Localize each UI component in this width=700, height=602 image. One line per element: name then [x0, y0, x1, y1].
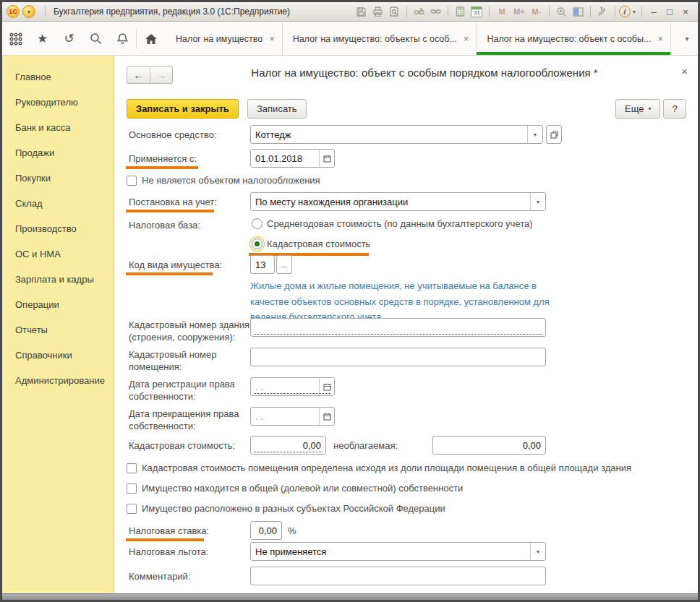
sidebar-item-operacii[interactable]: Операции	[2, 292, 114, 317]
sidebar-item-proizvodstvo[interactable]: Производство	[2, 216, 114, 241]
sidebar-item-os-i-nma[interactable]: ОС и НМА	[2, 241, 114, 267]
help-button[interactable]: ?	[663, 99, 686, 119]
tax-base-average-radio[interactable]: Среднегодовая стоимость (по данным бухга…	[252, 218, 533, 229]
memory-m-plus-button[interactable]: M+	[511, 7, 528, 16]
registration-field[interactable]: ▾	[250, 192, 546, 211]
search-icon[interactable]	[82, 22, 109, 55]
print-preview-icon[interactable]	[386, 4, 403, 19]
share-checkbox[interactable]: Кадастровая стоимость помещения определе…	[127, 463, 631, 473]
info-dropdown-icon[interactable]: ▾	[633, 9, 636, 15]
comment-input[interactable]	[251, 567, 545, 585]
tab-property-tax-object-active[interactable]: Налог на имущество: объект с особы... ×	[477, 22, 671, 55]
zoom-icon[interactable]	[553, 4, 570, 19]
checkbox-box[interactable]	[127, 176, 137, 186]
checkbox-box[interactable]	[127, 504, 137, 514]
split-window-icon[interactable]	[570, 4, 586, 19]
main-menu-button[interactable]: ▾	[22, 5, 35, 18]
menu-grid-icon[interactable]	[2, 22, 29, 55]
nontaxable-value-input[interactable]	[433, 437, 545, 454]
multi-region-checkbox[interactable]: Имущество расположено в разных субъектах…	[127, 503, 445, 514]
sidebar-item-sklad[interactable]: Склад	[2, 191, 114, 216]
ownership-end-date-input[interactable]	[251, 408, 319, 425]
cadastral-value-input[interactable]	[251, 437, 325, 454]
checkbox-box[interactable]	[127, 463, 137, 473]
sidebar-item-glavnoe[interactable]: Главное	[2, 64, 114, 90]
bottom-scrollbar[interactable]	[2, 593, 698, 600]
calendar-picker-icon[interactable]	[319, 408, 334, 425]
sidebar-item-spravochniki[interactable]: Справочники	[2, 343, 114, 368]
minimize-button[interactable]: –	[646, 5, 662, 18]
sidebar-item-otchety[interactable]: Отчеты	[2, 317, 114, 343]
save-icon[interactable]	[353, 4, 370, 19]
comment-field[interactable]	[250, 567, 546, 585]
form-close-icon[interactable]: ×	[681, 65, 688, 77]
tab-close-icon[interactable]: ×	[269, 33, 275, 44]
radio-circle[interactable]	[252, 218, 262, 229]
forward-button[interactable]: →	[150, 66, 172, 83]
save-button[interactable]: Записать	[247, 99, 307, 119]
ownership-end-date-field[interactable]	[250, 407, 335, 426]
save-and-close-button[interactable]: Записать и закрыть	[127, 99, 239, 119]
close-window-button[interactable]: ×	[678, 5, 693, 18]
tab-property-tax-list[interactable]: Налог на имущество ×	[166, 22, 283, 55]
sidebar-item-bank-i-kassa[interactable]: Банк и касса	[2, 115, 114, 140]
property-kind-code-choose-button[interactable]: ...	[276, 255, 292, 274]
tax-benefit-input[interactable]	[251, 543, 530, 560]
go-link-icon[interactable]	[427, 4, 444, 19]
print-icon[interactable]	[370, 4, 386, 19]
asset-open-button[interactable]	[546, 125, 562, 144]
radio-circle[interactable]	[252, 238, 262, 249]
calendar-icon[interactable]: 31	[469, 4, 485, 19]
tab-close-icon[interactable]: ×	[657, 33, 663, 44]
building-cadastral-number-input[interactable]	[251, 319, 545, 336]
favorites-star-icon[interactable]: ★	[29, 22, 56, 55]
registration-input[interactable]	[251, 193, 530, 210]
calculator-icon[interactable]	[452, 4, 469, 19]
tax-benefit-field[interactable]: ▾	[250, 542, 546, 561]
premises-cadastral-number-input[interactable]	[251, 348, 545, 366]
common-property-checkbox[interactable]: Имущество находится в общей (долевой или…	[127, 483, 463, 494]
tab-list-dropdown-icon[interactable]: ▾	[676, 22, 698, 55]
asset-dropdown-icon[interactable]: ▾	[527, 126, 542, 143]
cadastral-value-field[interactable]	[250, 436, 326, 455]
history-icon[interactable]: ↺	[56, 22, 82, 55]
property-kind-code-input[interactable]	[251, 256, 274, 273]
maximize-button[interactable]: □	[662, 5, 678, 18]
tab-close-icon[interactable]: ×	[464, 33, 469, 44]
checkbox-box[interactable]	[127, 483, 137, 494]
registration-dropdown-icon[interactable]: ▾	[530, 193, 545, 210]
ownership-reg-date-field[interactable]	[250, 377, 335, 396]
tab-property-tax-objects[interactable]: Налог на имущество: объекты с особ... ×	[283, 22, 477, 55]
nontaxable-value-field[interactable]	[432, 436, 546, 455]
calendar-picker-icon[interactable]	[319, 378, 334, 395]
memory-m-button[interactable]: M	[493, 7, 511, 16]
ownership-reg-date-input[interactable]	[251, 378, 319, 395]
1c-logo[interactable]: 1С	[7, 5, 20, 18]
back-button[interactable]: ←	[127, 66, 150, 83]
asset-field[interactable]: ▾	[250, 125, 543, 144]
more-button[interactable]: Еще ▾	[615, 99, 660, 119]
tax-rate-field[interactable]	[250, 521, 282, 540]
sidebar-item-rukovoditelyu[interactable]: Руководителю	[2, 90, 114, 115]
settings-wrench-icon[interactable]	[594, 4, 611, 19]
home-tab[interactable]	[137, 22, 166, 55]
premises-cadastral-number-field[interactable]	[250, 348, 546, 366]
sidebar-item-prodazhi[interactable]: Продажи	[2, 140, 114, 165]
sidebar-item-administrirovanie[interactable]: Администрирование	[2, 368, 114, 393]
property-kind-code-field[interactable]	[250, 255, 275, 274]
calendar-picker-icon[interactable]	[319, 150, 334, 167]
tax-base-cadastral-radio[interactable]: Кадастровая стоимость	[252, 238, 370, 249]
asset-input[interactable]	[251, 126, 527, 143]
applies-from-input[interactable]	[251, 150, 319, 167]
tax-benefit-dropdown-icon[interactable]: ▾	[530, 543, 545, 560]
not-taxable-checkbox[interactable]: Не является объектом налогообложения	[127, 175, 320, 186]
sidebar-item-pokupki[interactable]: Покупки	[2, 165, 114, 191]
info-icon[interactable]: i	[619, 6, 631, 17]
tax-rate-input[interactable]	[251, 522, 281, 539]
applies-from-field[interactable]	[250, 149, 335, 168]
building-cadastral-number-field[interactable]	[250, 318, 546, 337]
sidebar-item-zarplata-i-kadry[interactable]: Зарплата и кадры	[2, 267, 114, 292]
notifications-bell-icon[interactable]	[109, 22, 136, 55]
get-link-icon[interactable]	[411, 4, 427, 19]
memory-m-minus-button[interactable]: M-	[528, 7, 545, 16]
